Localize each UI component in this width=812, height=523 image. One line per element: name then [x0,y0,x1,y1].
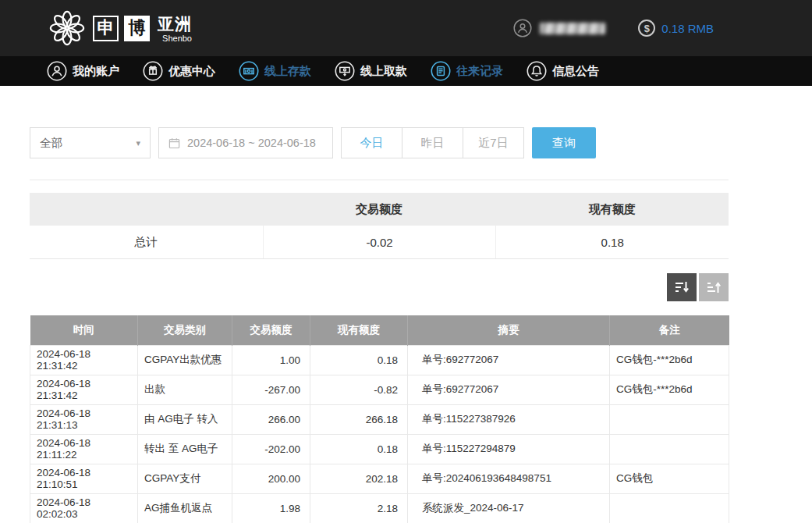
date-range-input[interactable]: 2024-06-18 ~ 2024-06-18 [158,127,333,158]
query-button[interactable]: 查询 [532,127,596,158]
account-icon [47,61,67,81]
nav-item-deposit[interactable]: 线上存款 [239,61,311,81]
table-row: 2024-06-18 21:31:42 出款 -267.00 -0.82 单号:… [30,375,729,404]
top-header: 申 博 亚洲 Shenbo $ 0.18 RMB [0,0,812,56]
summary-table: 交易额度 现有额度 总计 -0.02 0.18 [30,193,729,259]
withdraw-icon [335,61,355,81]
type-select-value: 全部 [40,136,62,151]
nav-item-records[interactable]: 往来记录 [431,61,503,81]
header-right: $ 0.18 RMB [513,19,714,37]
table-row: 2024-06-18 21:31:42 CGPAY出款优惠 1.00 0.18 … [30,345,729,375]
cell-amount: 200.00 [232,464,310,493]
cell-balance: 0.18 [310,434,408,464]
cell-summary: 系统派发_2024-06-17 [408,493,610,523]
cell-type: 由 AG电子 转入 [138,404,232,434]
cell-type: CGPAY支付 [138,464,232,493]
cell-type: 转出 至 AG电子 [138,434,232,464]
col-header-balance: 现有额度 [310,315,408,345]
cell-note [610,434,729,464]
nav-item-withdraw[interactable]: 线上取款 [335,61,407,81]
cell-balance: 266.18 [310,404,408,434]
cell-time: 2024-06-18 21:31:42 [30,345,138,375]
cell-type: CGPAY出款优惠 [138,345,232,375]
nav-label: 往来记录 [456,64,503,79]
nav-label: 优惠中心 [168,64,215,79]
table-row: 2024-06-18 21:31:13 由 AG电子 转入 266.00 266… [30,404,729,434]
today-button[interactable]: 今日 [341,127,402,158]
sort-asc-button[interactable] [699,273,729,301]
nav-label: 线上取款 [360,64,407,79]
dollar-icon: $ [638,20,655,37]
brand-logo: 申 博 亚洲 Shenbo [47,8,192,48]
cell-note: CG钱包 [610,464,729,493]
table-row: 2024-06-18 02:02:03 AG捕鱼机返点 1.98 2.18 系统… [30,493,729,523]
col-header-type: 交易类别 [138,315,232,345]
cell-time: 2024-06-18 02:02:03 [30,493,138,523]
cell-note [610,493,729,523]
table-row: 2024-06-18 21:11:22 转出 至 AG电子 -202.00 0.… [30,434,729,464]
cell-balance: 2.18 [310,493,408,523]
col-header-note: 备注 [610,315,729,345]
cell-type: 出款 [138,375,232,404]
summary-transaction-total: -0.02 [263,226,496,258]
cell-time: 2024-06-18 21:31:42 [30,375,138,404]
nav-item-announcements[interactable]: 信息公告 [527,61,599,81]
summary-header-row: 交易额度 现有额度 [30,193,729,226]
sort-controls [30,273,729,301]
bell-icon [527,61,547,81]
cell-summary: 单号:692772067 [408,375,610,404]
masked-username [540,23,605,34]
records-icon [431,61,451,81]
user-account-chip[interactable] [513,19,605,37]
cell-balance: 202.18 [310,464,408,493]
deposit-icon [239,61,259,81]
yesterday-button[interactable]: 昨日 [402,127,463,158]
col-header-summary: 摘要 [408,315,610,345]
cell-time: 2024-06-18 21:11:22 [30,434,138,464]
quick-range-group: 今日 昨日 近7日 [341,127,524,158]
cell-time: 2024-06-18 21:10:51 [30,464,138,493]
cell-note [610,404,729,434]
summary-header-balance: 现有额度 [495,202,729,217]
cell-note: CG钱包-***2b6d [610,345,729,375]
sort-desc-button[interactable] [667,273,697,301]
cell-summary: 单号:115227387926 [408,404,610,434]
balance-display[interactable]: $ 0.18 RMB [638,20,714,37]
table-row: 2024-06-18 21:10:51 CGPAY支付 200.00 202.1… [30,464,729,493]
summary-total-row: 总计 -0.02 0.18 [30,226,729,259]
sort-desc-icon [675,281,690,294]
cell-amount: 1.00 [232,345,310,375]
cell-balance: -0.82 [310,375,408,404]
sort-asc-icon [707,281,722,294]
cell-type: AG捕鱼机返点 [138,493,232,523]
table-header-row: 时间 交易类别 交易额度 现有额度 摘要 备注 [30,315,729,345]
balance-amount: 0.18 RMB [661,22,714,35]
brand-region: 亚洲 [158,13,192,35]
summary-header-transaction: 交易额度 [263,202,496,217]
cell-balance: 0.18 [310,345,408,375]
cell-amount: -267.00 [232,375,310,404]
cell-amount: -202.00 [232,434,310,464]
gift-icon [143,61,163,81]
summary-total-label: 总计 [30,226,263,258]
nav-label: 信息公告 [552,64,599,79]
cell-note: CG钱包-***2b6d [610,375,729,404]
brand-region-block: 亚洲 Shenbo [158,13,192,43]
nav-item-promotions[interactable]: 优惠中心 [143,61,215,81]
last7days-button[interactable]: 近7日 [463,127,524,158]
nav-label: 我的账户 [73,64,119,79]
cell-summary: 单号:202406193648498751 [408,464,610,493]
nav-label: 线上存款 [264,64,311,79]
main-nav: 我的账户 优惠中心 线上存款 [0,56,812,86]
brand-char-shen: 申 [93,16,119,41]
user-icon [513,19,532,37]
chevron-down-icon: ▾ [136,138,140,148]
calendar-icon [168,137,180,149]
nav-item-my-account[interactable]: 我的账户 [47,61,119,81]
filter-bar: 全部 ▾ 2024-06-18 ~ 2024-06-18 今日 昨日 近7日 查… [30,127,812,158]
transactions-table: 时间 交易类别 交易额度 现有额度 摘要 备注 2024-06-18 21:31… [30,315,729,523]
col-header-amount: 交易额度 [232,315,310,345]
col-header-time: 时间 [30,315,138,345]
type-select[interactable]: 全部 ▾ [30,127,151,158]
cell-amount: 1.98 [232,493,310,523]
